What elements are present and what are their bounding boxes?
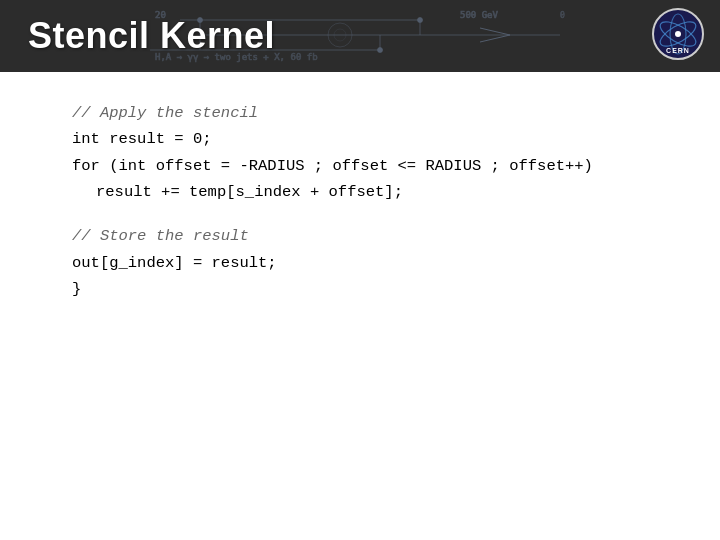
code-for-loop: for (int offset = -RADIUS ; offset <= RA… bbox=[72, 153, 680, 179]
slide-title: Stencil Kernel bbox=[28, 15, 275, 57]
svg-point-8 bbox=[378, 48, 383, 53]
cern-logo: CERN bbox=[652, 8, 704, 60]
svg-point-7 bbox=[418, 18, 423, 23]
header: 20 500 GeV 0 H,A → γγ → two jets + X, 60… bbox=[0, 0, 720, 72]
svg-text:500 GeV: 500 GeV bbox=[460, 10, 499, 20]
cern-circle: CERN bbox=[652, 8, 704, 60]
cern-logo-svg: CERN bbox=[654, 10, 702, 58]
code-result-accumulate: result += temp[s_index + offset]; bbox=[72, 179, 680, 205]
svg-text:CERN: CERN bbox=[666, 47, 690, 54]
slide: 20 500 GeV 0 H,A → γγ → two jets + X, 60… bbox=[0, 0, 720, 540]
comment-apply-stencil: // Apply the stencil bbox=[72, 100, 680, 126]
spacer1 bbox=[72, 205, 680, 223]
svg-text:0: 0 bbox=[560, 11, 565, 20]
comment-store-result: // Store the result bbox=[72, 223, 680, 249]
svg-point-20 bbox=[675, 31, 681, 37]
code-out-assignment: out[g_index] = result; bbox=[72, 250, 680, 276]
code-block: // Apply the stencil int result = 0; for… bbox=[72, 100, 680, 302]
code-int-result: int result = 0; bbox=[72, 126, 680, 152]
code-closing-brace: } bbox=[72, 276, 680, 302]
content-area: // Apply the stencil int result = 0; for… bbox=[0, 72, 720, 540]
